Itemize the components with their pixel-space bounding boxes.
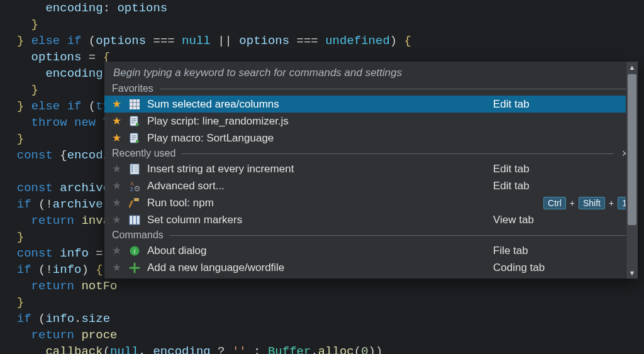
svg-text:Z: Z — [130, 187, 133, 192]
cmd-category: View tab — [493, 214, 631, 226]
cmd-label: Play macro: SortLanguage — [147, 132, 274, 145]
cmd-run-tool-npm[interactable]: ★ Run tool: npm Ctrl+ Shift+ 1 — [104, 194, 638, 211]
divider — [160, 89, 630, 89]
svg-text:A: A — [130, 181, 134, 187]
command-search-placeholder[interactable]: Begin typing a keyword to search for com… — [104, 62, 638, 82]
svg-rect-0 — [130, 99, 140, 109]
cmd-add-language[interactable]: ★ Add a new language/wordfile Coding tab — [104, 259, 638, 279]
cmd-category: Edit tab — [493, 163, 631, 175]
scrollbar[interactable]: ▲ ▼ — [626, 62, 638, 279]
cmd-play-script[interactable]: ★ Play script: line_randomizer.js — [104, 113, 638, 130]
divider — [182, 153, 614, 154]
cmd-about-dialog[interactable]: ★ i About dialog File tab — [104, 242, 638, 259]
section-recent-label: Recently used — [112, 148, 175, 159]
key: Shift — [579, 197, 605, 209]
cmd-label: About dialog — [147, 245, 207, 257]
star-icon[interactable]: ★ — [111, 196, 122, 209]
scrollbar-thumb[interactable] — [628, 74, 636, 225]
macro-icon — [128, 133, 141, 144]
cmd-label: Advanced sort... — [147, 180, 225, 192]
svg-rect-11 — [129, 200, 133, 207]
star-icon[interactable]: ★ — [111, 213, 122, 226]
cmd-category: File tab — [493, 245, 631, 257]
star-icon[interactable]: ★ — [111, 179, 122, 192]
plus-icon — [128, 262, 141, 274]
scroll-down-icon[interactable]: ▼ — [626, 267, 638, 279]
star-icon[interactable]: ★ — [111, 261, 122, 274]
cmd-label: Sum selected area/columns — [147, 98, 279, 111]
hammer-icon — [128, 197, 141, 209]
svg-text:i: i — [133, 247, 135, 255]
divider — [170, 235, 630, 236]
cmd-category: Edit tab — [493, 98, 631, 111]
cmd-play-macro[interactable]: ★ Play macro: SortLanguage — [104, 130, 638, 147]
svg-rect-12 — [130, 216, 140, 224]
script-icon — [128, 116, 141, 127]
cmd-label: Set column markers — [147, 214, 242, 226]
section-commands-label: Commands — [112, 230, 164, 241]
section-favorites-label: Favorites — [112, 83, 153, 94]
star-icon[interactable]: ★ — [111, 114, 122, 128]
cmd-label: Add a new language/wordfile — [147, 262, 284, 274]
svg-rect-10 — [134, 198, 139, 201]
cmd-advanced-sort[interactable]: ★ AZ Advanced sort... Edit tab — [104, 177, 638, 194]
section-favorites: Favorites — [104, 82, 638, 96]
section-recent: Recently used × — [104, 147, 638, 160]
svg-point-9 — [136, 188, 138, 189]
scroll-up-icon[interactable]: ▲ — [626, 62, 638, 73]
star-icon[interactable]: ★ — [111, 131, 122, 145]
star-icon[interactable]: ★ — [111, 97, 122, 111]
info-icon: i — [128, 245, 141, 257]
shortcut: Ctrl+ Shift+ 1 — [543, 197, 631, 209]
cmd-label: Play script: line_randomizer.js — [147, 115, 289, 128]
table-icon — [128, 99, 141, 110]
cmd-category: Coding tab — [493, 262, 631, 274]
star-icon[interactable]: ★ — [111, 162, 122, 175]
command-palette: Begin typing a keyword to search for com… — [104, 62, 638, 279]
cmd-set-column-markers[interactable]: ★ Set column markers View tab — [104, 211, 638, 228]
star-icon[interactable]: ★ — [111, 244, 122, 257]
cmd-label: Run tool: npm — [147, 197, 214, 209]
cmd-label: Insert string at every increment — [147, 163, 294, 175]
cmd-insert-string[interactable]: ★ Insert string at every increment Edit … — [104, 160, 638, 177]
key: Ctrl — [543, 197, 566, 209]
list-icon — [128, 163, 141, 175]
columns-icon — [128, 214, 141, 226]
cmd-sum-selected[interactable]: ★ Sum selected area/columns Edit tab — [104, 96, 638, 113]
sort-icon: AZ — [128, 180, 141, 192]
cmd-category: Edit tab — [493, 180, 631, 192]
section-commands: Commands — [104, 228, 638, 242]
